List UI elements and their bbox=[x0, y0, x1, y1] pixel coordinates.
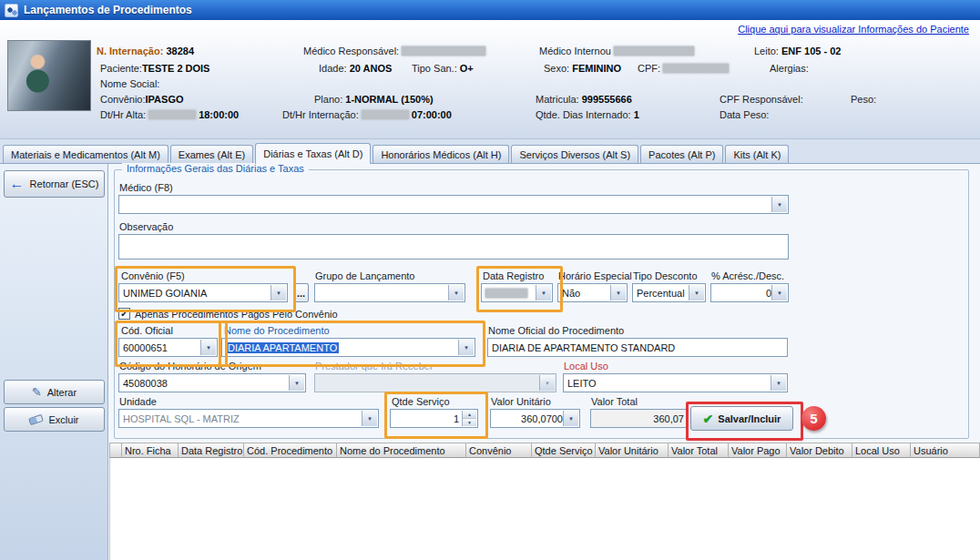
chevron-down-icon[interactable]: ▼ bbox=[610, 285, 626, 300]
spinner-down-icon[interactable]: ▼ bbox=[463, 419, 476, 426]
salvar-incluir-label: Salvar/Incluir bbox=[718, 413, 781, 424]
chevron-down-icon[interactable]: ▼ bbox=[563, 411, 578, 426]
app-icon bbox=[5, 4, 18, 17]
salvar-incluir-button[interactable]: ✔ Salvar/Incluir bbox=[690, 406, 793, 431]
chevron-down-icon[interactable]: ▼ bbox=[771, 375, 786, 391]
grupo-lancamento-combobox[interactable]: ▼ bbox=[314, 283, 465, 302]
chevron-down-icon[interactable]: ▼ bbox=[271, 285, 286, 300]
convenio-value: IPASGO bbox=[146, 94, 184, 105]
chevron-down-icon[interactable]: ▼ bbox=[448, 285, 464, 300]
medico-f8-label: Médico (F8) bbox=[119, 182, 173, 193]
redacted-value bbox=[485, 289, 527, 298]
redacted-value bbox=[663, 64, 729, 73]
tipo-san-field: Tipo San.: O+ bbox=[412, 63, 474, 74]
tab-honorarios-medicos[interactable]: Honorários Médicos (Alt H) bbox=[373, 145, 509, 163]
column-header[interactable]: Nro. Ficha bbox=[122, 443, 179, 458]
local-uso-combobox[interactable]: LEITO ▼ bbox=[563, 373, 788, 392]
apenas-pagos-checkbox[interactable]: ✓ bbox=[118, 308, 130, 320]
column-header[interactable]: Valor Total bbox=[669, 443, 729, 458]
qtde-dias-label: Qtde. Dias Internado: bbox=[536, 109, 631, 120]
valor-unitario-value: 360,0700 bbox=[521, 413, 563, 424]
tipo-desconto-combobox[interactable]: Percentual ▼ bbox=[632, 283, 706, 302]
tab-diarias-taxas[interactable]: Diárias e Taxas (Alt D) bbox=[255, 143, 371, 164]
ellipsis-icon: ... bbox=[297, 288, 305, 299]
check-icon: ✓ bbox=[120, 309, 128, 319]
horario-especial-combobox[interactable]: Não ▼ bbox=[557, 283, 628, 302]
tab-exames[interactable]: Exames (Alt E) bbox=[170, 145, 253, 163]
apenas-pagos-checkbox-label[interactable]: Apenas Procedimentos Pagos Pelo Convênio bbox=[135, 309, 338, 320]
qtde-servico-label: Qtde Serviço bbox=[392, 396, 450, 407]
convenio-combobox[interactable]: UNIMED GOIANIA ▼ bbox=[118, 283, 288, 302]
local-uso-value: LEITO bbox=[567, 378, 597, 389]
nome-oficial-input[interactable]: DIARIA DE APARTAMENTO STANDARD bbox=[487, 338, 788, 357]
tab-pacotes[interactable]: Pacotes (Alt P) bbox=[640, 145, 723, 163]
medico-combobox[interactable]: ▼ bbox=[118, 195, 789, 214]
idade-value: 20 ANOS bbox=[350, 63, 393, 74]
chevron-down-icon[interactable]: ▼ bbox=[689, 285, 704, 300]
local-uso-label: Local Uso bbox=[564, 361, 608, 372]
alterar-button[interactable]: ✎ Alterar bbox=[4, 380, 105, 404]
tab-servicos-diversos[interactable]: Serviços Diversos (Alt S) bbox=[511, 145, 638, 163]
observacao-input[interactable] bbox=[118, 234, 789, 260]
column-header[interactable]: Qtde Serviço bbox=[532, 443, 596, 458]
table-body[interactable] bbox=[109, 458, 980, 560]
column-header[interactable]: Valor Pago bbox=[729, 443, 787, 458]
chevron-down-icon[interactable]: ▼ bbox=[771, 285, 787, 300]
column-header[interactable]: Local Uso bbox=[852, 443, 911, 458]
tipo-desconto-label: Tipo Desconto bbox=[633, 270, 698, 281]
tipo-desconto-value: Percentual bbox=[637, 288, 685, 299]
unidade-combobox[interactable]: HOSPITAL SQL - MATRIZ ▼ bbox=[118, 409, 379, 428]
internacao-value: 38284 bbox=[166, 46, 194, 56]
excluir-label: Excluir bbox=[48, 414, 78, 425]
patient-header: Clique aqui para visualizar Informações … bbox=[0, 20, 980, 139]
leito-field: Leito: ENF 105 - 02 bbox=[754, 46, 841, 56]
plano-field: Plano: 1-NORMAL (150%) bbox=[314, 94, 434, 105]
tab-strip: Materiais e Medicamentos (Alt M) Exames … bbox=[3, 143, 789, 163]
window: Lançamentos de Procedimentos Clique aqui… bbox=[0, 0, 980, 560]
tab-materiais-medicamentos[interactable]: Materiais e Medicamentos (Alt M) bbox=[3, 145, 168, 163]
tab-label: Pacotes (Alt P) bbox=[648, 149, 715, 160]
chevron-down-icon[interactable]: ▼ bbox=[289, 375, 304, 391]
back-arrow-icon: ← bbox=[10, 177, 25, 191]
qtde-servico-stepper[interactable]: 1 ▲▼ bbox=[390, 409, 478, 428]
acresc-desc-combobox[interactable]: 0 ▼ bbox=[710, 283, 789, 302]
table-header-indicator bbox=[109, 443, 122, 458]
chevron-down-icon[interactable]: ▼ bbox=[771, 197, 787, 212]
nome-social-label: Nome Social: bbox=[100, 78, 159, 89]
column-header[interactable]: Valor Debito bbox=[787, 443, 852, 458]
column-header[interactable]: Cód. Procedimento bbox=[244, 443, 337, 458]
chevron-down-icon[interactable]: ▼ bbox=[458, 340, 474, 355]
tab-kits[interactable]: Kits (Alt K) bbox=[725, 145, 789, 163]
dthr-internacao-label: Dt/Hr Internação: bbox=[282, 109, 359, 120]
peso-field: Peso: bbox=[851, 94, 876, 105]
dthr-internacao-field: Dt/Hr Internação:07:00:00 bbox=[282, 109, 452, 120]
column-header[interactable]: Valor Unitário bbox=[596, 443, 669, 458]
grupo-lancamento-label: Grupo de Lançamento bbox=[315, 270, 414, 281]
data-registro-combobox[interactable]: ▼ bbox=[481, 283, 553, 302]
redacted-value bbox=[148, 110, 196, 119]
cod-honorario-combobox[interactable]: 45080038 ▼ bbox=[118, 373, 306, 392]
chevron-down-icon[interactable]: ▼ bbox=[362, 411, 377, 426]
cpf-responsavel-label: CPF Responsável: bbox=[720, 94, 803, 105]
nome-procedimento-combobox[interactable]: DIARIA APARTAMENTO ▼ bbox=[221, 338, 475, 357]
chevron-down-icon[interactable]: ▼ bbox=[200, 340, 216, 355]
tab-label: Exames (Alt E) bbox=[179, 149, 245, 160]
chevron-down-icon[interactable]: ▼ bbox=[536, 285, 551, 300]
cod-oficial-combobox[interactable]: 60000651 ▼ bbox=[118, 338, 218, 357]
patient-info-link[interactable]: Clique aqui para visualizar Informações … bbox=[738, 24, 969, 35]
column-header[interactable]: Convênio bbox=[466, 443, 532, 458]
dthr-alta-label: Dt/Hr Alta: bbox=[100, 109, 146, 120]
valor-unitario-combobox[interactable]: 360,0700 ▼ bbox=[490, 409, 580, 428]
excluir-button[interactable]: Excluir bbox=[4, 407, 105, 432]
convenio-browse-button[interactable]: ... bbox=[293, 283, 309, 302]
dthr-alta-time: 18:00:00 bbox=[199, 109, 239, 120]
spinner-buttons[interactable]: ▲▼ bbox=[462, 411, 476, 426]
column-header[interactable]: Nome do Procedimento bbox=[337, 443, 466, 458]
column-header[interactable]: Data Registro bbox=[179, 443, 244, 458]
acresc-desc-label: % Acrésc./Desc. bbox=[711, 270, 784, 281]
column-header[interactable]: Usuário bbox=[911, 443, 980, 458]
spinner-up-icon[interactable]: ▲ bbox=[463, 411, 476, 419]
retornar-button[interactable]: ← Retornar (ESC) bbox=[4, 170, 105, 198]
plano-value: 1-NORMAL (150%) bbox=[345, 94, 433, 105]
cod-honorario-value: 45080038 bbox=[123, 378, 168, 389]
